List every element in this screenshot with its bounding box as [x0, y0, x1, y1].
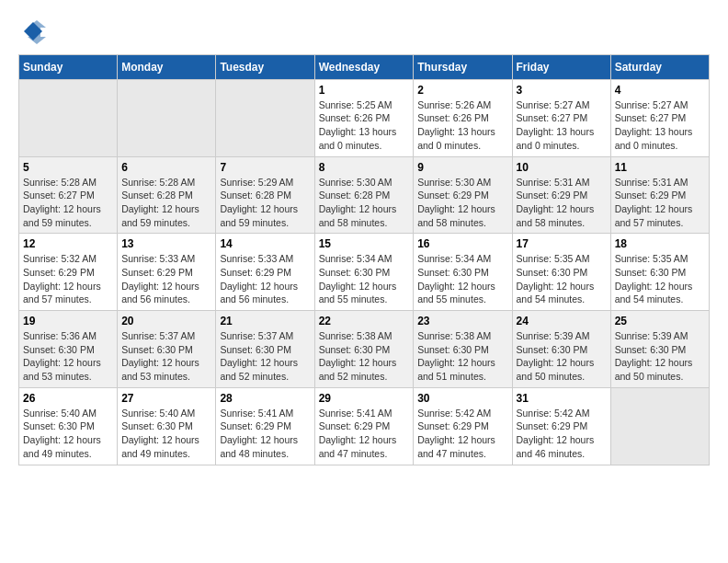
day-number: 13 [121, 237, 211, 250]
calendar-cell: 11Sunrise: 5:31 AM Sunset: 6:29 PM Dayli… [610, 156, 709, 234]
day-info: Sunrise: 5:25 AM Sunset: 6:26 PM Dayligh… [319, 98, 410, 153]
day-info: Sunrise: 5:33 AM Sunset: 6:29 PM Dayligh… [121, 252, 211, 306]
day-number: 23 [417, 315, 507, 327]
calendar-cell: 16Sunrise: 5:34 AM Sunset: 6:30 PM Dayli… [414, 234, 512, 311]
day-number: 10 [517, 161, 607, 174]
day-number: 17 [517, 237, 607, 250]
calendar-cell: 24Sunrise: 5:39 AM Sunset: 6:30 PM Dayli… [512, 311, 610, 388]
day-info: Sunrise: 5:38 AM Sunset: 6:30 PM Dayligh… [417, 329, 507, 384]
day-info: Sunrise: 5:35 AM Sunset: 6:30 PM Dayligh… [517, 252, 607, 306]
calendar-cell: 23Sunrise: 5:38 AM Sunset: 6:30 PM Dayli… [414, 311, 512, 388]
day-number: 27 [121, 392, 211, 405]
day-number: 25 [615, 315, 705, 327]
calendar-cell: 21Sunrise: 5:37 AM Sunset: 6:30 PM Dayli… [216, 311, 314, 388]
day-info: Sunrise: 5:31 AM Sunset: 6:29 PM Dayligh… [615, 176, 705, 230]
calendar-cell: 17Sunrise: 5:35 AM Sunset: 6:30 PM Dayli… [512, 234, 610, 311]
day-number: 9 [417, 161, 507, 174]
day-number: 6 [121, 161, 211, 174]
calendar-cell: 15Sunrise: 5:34 AM Sunset: 6:30 PM Dayli… [314, 234, 414, 311]
day-number: 2 [417, 84, 507, 97]
calendar-cell [118, 79, 216, 156]
day-info: Sunrise: 5:41 AM Sunset: 6:29 PM Dayligh… [220, 407, 310, 461]
day-info: Sunrise: 5:39 AM Sunset: 6:30 PM Dayligh… [517, 329, 607, 384]
calendar-cell: 1Sunrise: 5:25 AM Sunset: 6:26 PM Daylig… [314, 79, 414, 156]
calendar-cell [610, 387, 709, 465]
day-info: Sunrise: 5:42 AM Sunset: 6:29 PM Dayligh… [417, 407, 507, 461]
day-info: Sunrise: 5:27 AM Sunset: 6:27 PM Dayligh… [517, 98, 607, 153]
calendar-cell: 10Sunrise: 5:31 AM Sunset: 6:29 PM Dayli… [512, 156, 610, 234]
day-header-saturday: Saturday [610, 54, 709, 79]
day-number: 30 [417, 392, 507, 405]
calendar-cell: 5Sunrise: 5:28 AM Sunset: 6:27 PM Daylig… [19, 156, 118, 234]
day-number: 21 [220, 315, 310, 327]
day-info: Sunrise: 5:35 AM Sunset: 6:30 PM Dayligh… [615, 252, 705, 306]
day-number: 15 [319, 237, 410, 250]
calendar-cell: 26Sunrise: 5:40 AM Sunset: 6:30 PM Dayli… [19, 387, 118, 465]
page-header [18, 18, 710, 45]
day-info: Sunrise: 5:37 AM Sunset: 6:30 PM Dayligh… [220, 329, 310, 384]
week-row-3: 12Sunrise: 5:32 AM Sunset: 6:29 PM Dayli… [19, 234, 710, 311]
day-number: 22 [319, 315, 410, 327]
day-info: Sunrise: 5:30 AM Sunset: 6:29 PM Dayligh… [417, 176, 507, 230]
day-info: Sunrise: 5:26 AM Sunset: 6:26 PM Dayligh… [417, 98, 507, 153]
day-number: 11 [615, 161, 705, 174]
calendar-cell: 30Sunrise: 5:42 AM Sunset: 6:29 PM Dayli… [414, 387, 512, 465]
day-info: Sunrise: 5:31 AM Sunset: 6:29 PM Dayligh… [517, 176, 607, 230]
day-header-sunday: Sunday [19, 54, 118, 79]
day-info: Sunrise: 5:37 AM Sunset: 6:30 PM Dayligh… [121, 329, 211, 384]
day-number: 1 [319, 84, 410, 97]
day-number: 19 [23, 315, 113, 327]
calendar-cell: 7Sunrise: 5:29 AM Sunset: 6:28 PM Daylig… [216, 156, 314, 234]
day-info: Sunrise: 5:33 AM Sunset: 6:29 PM Dayligh… [220, 252, 310, 306]
calendar-cell: 6Sunrise: 5:28 AM Sunset: 6:28 PM Daylig… [118, 156, 216, 234]
day-number: 3 [517, 84, 607, 97]
logo [18, 18, 46, 45]
calendar-cell: 29Sunrise: 5:41 AM Sunset: 6:29 PM Dayli… [314, 387, 414, 465]
calendar-cell: 31Sunrise: 5:42 AM Sunset: 6:29 PM Dayli… [512, 387, 610, 465]
day-info: Sunrise: 5:27 AM Sunset: 6:27 PM Dayligh… [615, 98, 705, 153]
day-header-thursday: Thursday [414, 54, 512, 79]
week-row-4: 19Sunrise: 5:36 AM Sunset: 6:30 PM Dayli… [19, 311, 710, 388]
day-info: Sunrise: 5:36 AM Sunset: 6:30 PM Dayligh… [23, 329, 113, 384]
day-number: 16 [417, 237, 507, 250]
day-info: Sunrise: 5:42 AM Sunset: 6:29 PM Dayligh… [517, 407, 607, 461]
day-number: 24 [517, 315, 607, 327]
logo-icon [20, 18, 46, 44]
day-info: Sunrise: 5:32 AM Sunset: 6:29 PM Dayligh… [23, 252, 113, 306]
day-number: 5 [23, 161, 113, 174]
calendar-cell: 9Sunrise: 5:30 AM Sunset: 6:29 PM Daylig… [414, 156, 512, 234]
day-number: 20 [121, 315, 211, 327]
day-header-friday: Friday [512, 54, 610, 79]
day-info: Sunrise: 5:30 AM Sunset: 6:28 PM Dayligh… [319, 176, 410, 230]
calendar-cell: 8Sunrise: 5:30 AM Sunset: 6:28 PM Daylig… [314, 156, 414, 234]
day-header-tuesday: Tuesday [216, 54, 314, 79]
calendar-cell: 2Sunrise: 5:26 AM Sunset: 6:26 PM Daylig… [414, 79, 512, 156]
day-number: 28 [220, 392, 310, 405]
day-number: 18 [615, 237, 705, 250]
calendar-cell: 4Sunrise: 5:27 AM Sunset: 6:27 PM Daylig… [610, 79, 709, 156]
calendar-cell: 28Sunrise: 5:41 AM Sunset: 6:29 PM Dayli… [216, 387, 314, 465]
calendar-cell: 20Sunrise: 5:37 AM Sunset: 6:30 PM Dayli… [118, 311, 216, 388]
day-number: 31 [517, 392, 607, 405]
calendar-cell: 13Sunrise: 5:33 AM Sunset: 6:29 PM Dayli… [118, 234, 216, 311]
week-row-1: 1Sunrise: 5:25 AM Sunset: 6:26 PM Daylig… [19, 79, 710, 156]
day-number: 4 [615, 84, 705, 97]
day-info: Sunrise: 5:34 AM Sunset: 6:30 PM Dayligh… [417, 252, 507, 306]
day-info: Sunrise: 5:38 AM Sunset: 6:30 PM Dayligh… [319, 329, 410, 384]
day-header-wednesday: Wednesday [314, 54, 414, 79]
calendar-cell: 3Sunrise: 5:27 AM Sunset: 6:27 PM Daylig… [512, 79, 610, 156]
calendar-cell [19, 79, 118, 156]
day-info: Sunrise: 5:40 AM Sunset: 6:30 PM Dayligh… [121, 407, 211, 461]
calendar-cell: 27Sunrise: 5:40 AM Sunset: 6:30 PM Dayli… [118, 387, 216, 465]
calendar-table: SundayMondayTuesdayWednesdayThursdayFrid… [18, 54, 710, 465]
days-header-row: SundayMondayTuesdayWednesdayThursdayFrid… [19, 54, 710, 79]
day-info: Sunrise: 5:39 AM Sunset: 6:30 PM Dayligh… [615, 329, 705, 384]
day-number: 12 [23, 237, 113, 250]
day-info: Sunrise: 5:29 AM Sunset: 6:28 PM Dayligh… [220, 176, 310, 230]
day-number: 8 [319, 161, 410, 174]
day-number: 7 [220, 161, 310, 174]
calendar-cell: 22Sunrise: 5:38 AM Sunset: 6:30 PM Dayli… [314, 311, 414, 388]
day-info: Sunrise: 5:28 AM Sunset: 6:27 PM Dayligh… [23, 176, 113, 230]
calendar-cell [216, 79, 314, 156]
calendar-cell: 25Sunrise: 5:39 AM Sunset: 6:30 PM Dayli… [610, 311, 709, 388]
